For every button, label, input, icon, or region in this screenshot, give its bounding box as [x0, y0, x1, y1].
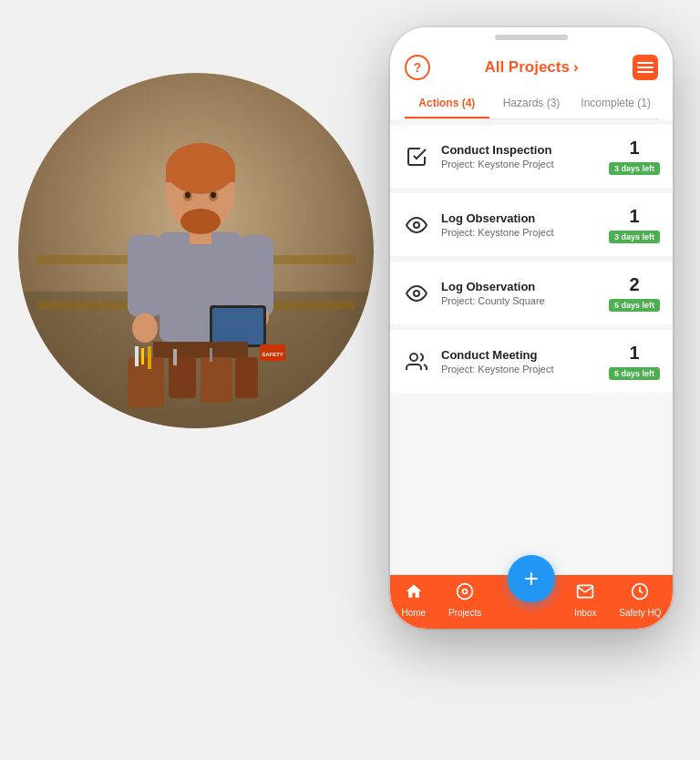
svg-rect-17 — [169, 357, 196, 398]
observation-icon-1 — [403, 211, 430, 239]
safety-hq-icon — [631, 582, 649, 605]
action-item-log-observation-2[interactable]: Log Observation Project: County Square 2… — [390, 262, 673, 324]
inspection-icon — [403, 143, 430, 170]
action-item-log-observation-1[interactable]: Log Observation Project: Keystone Projec… — [390, 193, 673, 256]
nav-label-inbox: Inbox — [574, 608, 596, 618]
action-info-conduct-meeting: Conduct Meeting Project: Keystone Projec… — [441, 348, 598, 375]
action-count: 1 — [629, 138, 639, 159]
svg-point-36 — [463, 590, 468, 594]
action-count-col-2: 1 3 days left — [609, 206, 660, 243]
svg-text:SAFETY: SAFETY — [262, 352, 283, 357]
action-info-log-obs-2: Log Observation Project: County Square — [441, 280, 598, 306]
action-project: Project: Keystone Project — [441, 227, 598, 238]
phone-frame: ? All Projects › Actions (4) — [390, 27, 673, 629]
nav-label-projects: Projects — [448, 608, 481, 618]
tab-actions[interactable]: Actions (4) — [405, 87, 489, 118]
action-title: Log Observation — [441, 211, 598, 225]
tab-bar: Actions (4) Hazards (3) Incomplete (1) — [405, 87, 658, 119]
action-count: 2 — [629, 274, 639, 295]
svg-point-34 — [410, 354, 417, 361]
inbox-icon — [576, 582, 594, 605]
svg-rect-19 — [235, 357, 258, 398]
action-count-col-3: 2 5 days left — [609, 274, 660, 312]
page-title: All Projects › — [484, 58, 578, 77]
bottom-nav: Home Projects + — [390, 575, 673, 629]
observation-icon-2 — [403, 280, 430, 307]
svg-rect-6 — [166, 169, 235, 182]
nav-item-projects[interactable]: Projects — [448, 582, 481, 618]
svg-rect-20 — [135, 346, 139, 366]
tab-incomplete[interactable]: Incomplete (1) — [573, 87, 658, 118]
help-icon[interactable]: ? — [405, 55, 430, 80]
nav-label-home: Home — [401, 608, 426, 618]
action-count-col-4: 1 5 days left — [609, 343, 660, 380]
action-list: Conduct Inspection Project: Keystone Pro… — [390, 119, 673, 575]
action-count: 1 — [629, 343, 639, 364]
worker-background: SAFETY — [18, 73, 374, 428]
title-text: All Projects — [484, 58, 570, 77]
svg-rect-9 — [128, 235, 162, 317]
svg-point-32 — [414, 222, 419, 228]
nav-item-home[interactable]: Home — [401, 582, 426, 618]
action-title: Conduct Meeting — [441, 348, 598, 362]
days-badge: 3 days left — [609, 231, 660, 243]
action-info-conduct-inspection: Conduct Inspection Project: Keystone Pro… — [441, 143, 598, 169]
menu-bar-2 — [637, 67, 654, 68]
svg-point-29 — [211, 192, 216, 199]
svg-rect-15 — [153, 342, 248, 358]
svg-rect-14 — [212, 308, 263, 344]
action-title: Log Observation — [441, 280, 598, 293]
action-item-conduct-meeting[interactable]: Conduct Meeting Project: Keystone Projec… — [390, 330, 673, 393]
days-badge: 5 days left — [609, 299, 660, 312]
svg-point-11 — [132, 313, 158, 343]
action-project: Project: Keystone Project — [441, 159, 598, 169]
phone-screen: ? All Projects › Actions (4) — [390, 27, 673, 629]
add-button[interactable]: + — [508, 555, 555, 602]
menu-bar-3 — [637, 71, 654, 73]
action-info-log-obs-1: Log Observation Project: Keystone Projec… — [441, 211, 598, 238]
svg-point-35 — [458, 584, 473, 600]
action-project: Project: Keystone Project — [441, 364, 598, 375]
nav-label-safety-hq: Safety HQ — [619, 608, 661, 618]
home-icon — [405, 582, 423, 605]
svg-rect-16 — [128, 357, 164, 407]
svg-rect-21 — [141, 348, 144, 365]
action-count: 1 — [629, 206, 639, 227]
days-badge: 3 days left — [609, 162, 660, 175]
svg-point-25 — [180, 209, 221, 234]
menu-icon[interactable] — [633, 55, 658, 80]
svg-point-28 — [185, 192, 190, 199]
action-project: Project: County Square — [441, 295, 598, 306]
svg-rect-22 — [148, 346, 151, 369]
action-title: Conduct Inspection — [441, 143, 598, 157]
title-arrow-icon: › — [573, 58, 579, 77]
projects-icon — [456, 582, 474, 605]
days-badge: 5 days left — [609, 367, 660, 380]
svg-point-33 — [414, 291, 419, 296]
action-count-col: 1 3 days left — [609, 138, 660, 175]
meeting-icon — [403, 348, 430, 375]
app-header: ? All Projects › Actions (4) — [390, 27, 673, 119]
nav-item-safety-hq[interactable]: Safety HQ — [619, 582, 661, 618]
action-item-conduct-inspection[interactable]: Conduct Inspection Project: Keystone Pro… — [390, 125, 673, 188]
tab-hazards[interactable]: Hazards (3) — [489, 87, 574, 118]
svg-rect-23 — [173, 349, 177, 365]
nav-item-inbox[interactable]: Inbox — [574, 582, 596, 618]
phone-notch — [495, 35, 568, 40]
svg-rect-18 — [201, 357, 232, 403]
menu-bar-1 — [637, 62, 654, 64]
svg-rect-24 — [210, 348, 212, 362]
phone-device: ? All Projects › Actions (4) — [390, 27, 673, 629]
